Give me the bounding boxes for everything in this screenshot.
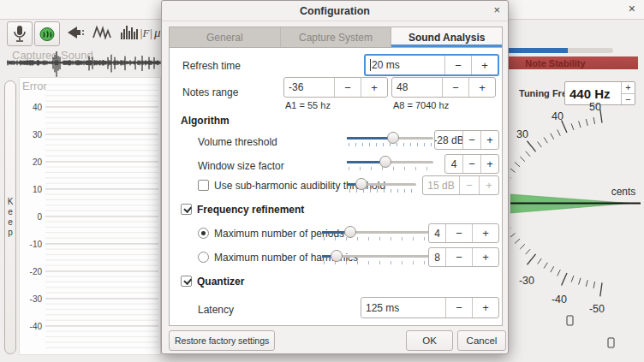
spectrum-icon <box>120 24 140 41</box>
fourier-icon: |F| <box>140 27 152 40</box>
error-axis-label: -20 <box>30 267 43 276</box>
max-periods-radio[interactable] <box>198 228 209 239</box>
frequency-refinement-checkbox[interactable] <box>181 204 192 215</box>
max-periods-value[interactable]: 4 <box>429 224 445 242</box>
subharmonic-checkbox[interactable] <box>198 180 209 191</box>
speaker-button[interactable] <box>65 24 86 41</box>
restore-defaults-button[interactable]: Restore factory settings <box>169 330 275 351</box>
gauge-scale-label: -50 <box>589 303 605 315</box>
spin-decrement-button[interactable]: − <box>462 155 480 173</box>
spin-decrement-button[interactable]: − <box>445 224 472 242</box>
gauge-scale-label: -40 <box>552 294 567 306</box>
refresh-time-spinbox[interactable]: 20 ms − + <box>364 54 499 76</box>
error-axis-label: -30 <box>30 294 43 304</box>
spin-decrement-button[interactable]: − <box>445 298 472 317</box>
notes-range-max-value[interactable]: 48 <box>392 78 442 97</box>
slider-handle[interactable] <box>387 132 399 144</box>
statistics-view-button[interactable]: μ <box>154 26 161 40</box>
notes-range-max-spinbox[interactable]: 48 − + <box>391 77 496 98</box>
spin-decrement-button: − <box>459 176 479 194</box>
spin-decrement-button[interactable]: − <box>334 78 361 97</box>
dialog-title: Configuration <box>300 5 370 17</box>
ok-button[interactable]: OK <box>406 330 453 351</box>
window-size-value[interactable]: 4 <box>445 155 462 173</box>
slider-handle[interactable] <box>344 226 356 238</box>
volume-threshold-spinbox[interactable]: -28 dB − + <box>434 130 499 150</box>
spin-increment-button[interactable]: + <box>361 78 387 97</box>
waveform-view-button[interactable] <box>92 24 115 41</box>
volume-threshold-value[interactable]: -28 dB <box>435 131 462 149</box>
dialog-tabs: General Capture System Sound Analysis <box>170 27 502 48</box>
spin-increment-button[interactable]: + <box>480 131 498 149</box>
notes-range-min-spinbox[interactable]: -36 − + <box>283 77 388 98</box>
tab-capture-system[interactable]: Capture System <box>281 27 392 47</box>
spin-decrement-button[interactable]: − <box>444 56 471 74</box>
latency-value[interactable]: 125 ms <box>361 298 445 317</box>
captured-waveform <box>7 51 161 77</box>
max-harmonics-spinbox[interactable]: 8 − + <box>428 247 499 267</box>
error-panel: Error 40 30 20 10 0 -10 -20 -30 -40 <box>19 77 161 355</box>
configuration-dialog: Configuration × General Capture System S… <box>161 0 509 354</box>
slider-handle[interactable] <box>355 178 367 190</box>
latency-label: Latency <box>198 304 234 316</box>
slider-handle[interactable] <box>331 250 343 262</box>
error-axis-label: -10 <box>30 240 43 249</box>
spin-decrement-button[interactable]: − <box>442 78 468 97</box>
error-axis-label: 40 <box>33 103 43 112</box>
quantizer-checkbox[interactable] <box>181 276 192 287</box>
max-periods-spinbox[interactable]: 4 − + <box>428 223 499 243</box>
notes-range-label: Notes range <box>182 86 238 98</box>
spin-increment-button[interactable]: + <box>472 298 498 317</box>
keep-toggle-button[interactable]: Keep <box>4 80 16 354</box>
speaker-icon <box>65 24 86 41</box>
mu-icon: μ <box>154 26 161 40</box>
note-min-hint: A1 = 55 hz <box>285 100 331 110</box>
spectrum-view-button[interactable] <box>120 24 140 41</box>
app-window: × <box>0 0 644 362</box>
waveform-icon <box>92 24 115 41</box>
frequency-refinement-header: Frequency refinement <box>197 204 304 216</box>
gauge-scale-label: 40 <box>552 110 564 122</box>
cancel-button[interactable]: Cancel <box>457 330 506 351</box>
slider-handle[interactable] <box>379 156 391 168</box>
cents-unit-label: cents <box>611 186 636 198</box>
gauge-scale-label: 50 <box>589 101 601 113</box>
window-size-spinbox[interactable]: 4 − + <box>444 154 499 174</box>
spin-decrement-button[interactable]: − <box>445 248 472 266</box>
error-axis-label: -40 <box>30 322 43 331</box>
max-harmonics-value[interactable]: 8 <box>429 248 445 266</box>
algorithm-header: Algorithm <box>181 115 230 127</box>
subharmonic-slider[interactable] <box>348 176 416 193</box>
max-periods-slider[interactable] <box>322 224 431 241</box>
text-cursor <box>370 59 371 71</box>
tab-sound-analysis[interactable]: Sound Analysis <box>391 27 502 47</box>
dialog-titlebar: Configuration × <box>162 1 508 21</box>
max-harmonics-radio[interactable] <box>198 252 209 263</box>
volume-threshold-slider[interactable] <box>347 130 433 147</box>
error-axis-label: 0 <box>37 212 42 222</box>
spin-decrement-button[interactable]: − <box>462 131 480 149</box>
refresh-time-value[interactable]: 20 ms <box>372 59 400 71</box>
fourier-view-button[interactable]: |F| <box>140 27 152 40</box>
fmit-logo-button[interactable] <box>34 21 60 46</box>
error-grid: 40 30 20 10 0 -10 -20 -30 -40 <box>20 78 162 356</box>
spin-increment-button[interactable]: + <box>472 224 498 242</box>
gauge-scale-label: -30 <box>519 275 534 287</box>
spin-increment-button[interactable]: + <box>468 78 495 97</box>
notes-range-min-value[interactable]: -36 <box>284 78 334 97</box>
dialog-close-icon[interactable]: × <box>493 3 500 16</box>
subharmonic-value: 15 dB <box>423 176 459 194</box>
quantizer-header: Quantizer <box>197 276 244 288</box>
cents-gauge: 30 40 50 -30 -40 -50 cents <box>510 0 644 362</box>
max-harmonics-slider[interactable] <box>322 248 431 265</box>
spin-increment-button[interactable]: + <box>480 155 498 173</box>
mic-toggle-button[interactable] <box>7 21 33 46</box>
volume-threshold-label: Volume threshold <box>198 136 277 148</box>
latency-spinbox[interactable]: 125 ms − + <box>361 297 499 318</box>
window-size-slider[interactable] <box>347 154 433 171</box>
spin-increment-button[interactable]: + <box>472 248 498 266</box>
error-axis-label: 20 <box>33 157 43 167</box>
spin-increment-button[interactable]: + <box>471 56 498 74</box>
keep-button-label: Keep <box>6 197 15 238</box>
tab-general[interactable]: General <box>170 27 281 47</box>
